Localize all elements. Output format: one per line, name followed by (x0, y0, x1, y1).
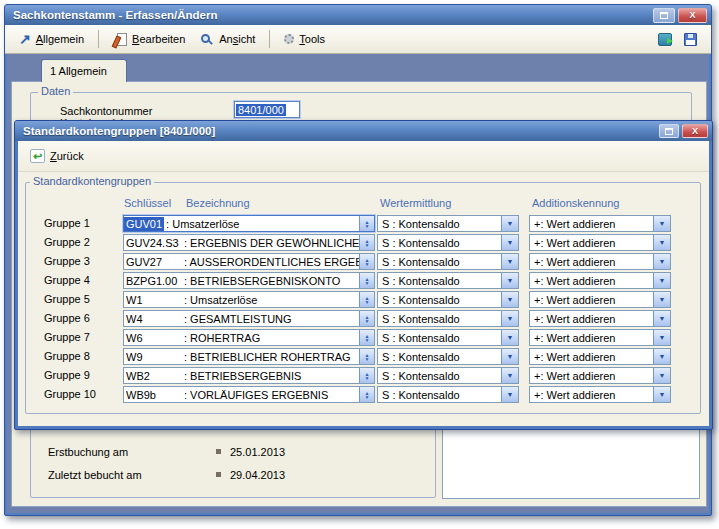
wertermittlung-select[interactable]: S : Kontensaldo (377, 367, 519, 384)
dropdown-arrow-icon[interactable] (501, 330, 518, 345)
dropdown-arrow-icon[interactable] (653, 368, 670, 383)
group-row: Gruppe 10 WB9b : VORLÄUFIGES ERGEBNIS S … (18, 386, 709, 403)
sachkontonummer-input[interactable]: 8401/000 (234, 101, 300, 118)
schluessel-input[interactable]: GUV24.S3 : ERGEBNIS DER GEWÖHNLICHEN GES (123, 234, 375, 251)
dropdown-arrow-icon[interactable] (501, 273, 518, 288)
restore-icon (660, 12, 668, 19)
wertermittlung-value: S : Kontensaldo (378, 331, 501, 345)
schluessel-value: W4 (124, 312, 182, 326)
tab-label: 1 Allgemein (50, 65, 107, 77)
dropdown-arrow-icon[interactable] (653, 216, 670, 231)
maximize-button[interactable] (653, 8, 675, 23)
dropdown-arrow-icon[interactable] (501, 235, 518, 250)
spinner-button[interactable] (359, 254, 374, 269)
wertermittlung-value: S : Kontensaldo (378, 293, 501, 307)
spinner-button[interactable] (359, 216, 374, 231)
dropdown-arrow-icon[interactable] (501, 254, 518, 269)
dialog-maximize-button[interactable] (659, 124, 679, 138)
dialog-titlebar: Standardkontengruppen [8401/000] X (15, 121, 712, 141)
dropdown-arrow-icon[interactable] (653, 235, 670, 250)
zurueck-button[interactable]: Zurück (26, 147, 88, 165)
save-icon[interactable] (684, 33, 697, 46)
wertermittlung-value: S : Kontensaldo (378, 350, 501, 364)
additionskennung-select[interactable]: +: Wert addieren (529, 291, 671, 308)
schluessel-input[interactable]: WB2 : BETRIEBSERGEBNIS (123, 367, 375, 384)
column-header-additionskennung: Additionskennung (532, 197, 619, 209)
bezeichnung-value: : BETRIEBSERGEBNISKONTO (182, 274, 359, 288)
additionskennung-select[interactable]: +: Wert addieren (529, 310, 671, 327)
wertermittlung-select[interactable]: S : Kontensaldo (377, 234, 519, 251)
additionskennung-select[interactable]: +: Wert addieren (529, 272, 671, 289)
wertermittlung-select[interactable]: S : Kontensaldo (377, 253, 519, 270)
wertermittlung-select[interactable]: S : Kontensaldo (377, 272, 519, 289)
additionskennung-select[interactable]: +: Wert addieren (529, 329, 671, 346)
toolbar-separator (98, 30, 99, 48)
toolbar-item-tools[interactable]: Tools (280, 31, 329, 47)
toolbar-item-bearbeiten[interactable]: Bearbeiten (109, 31, 189, 48)
wertermittlung-select[interactable]: S : Kontensaldo (377, 348, 519, 365)
dialog-close-button[interactable]: X (682, 124, 708, 138)
spinner-button[interactable] (359, 368, 374, 383)
dropdown-arrow-icon[interactable] (501, 368, 518, 383)
schluessel-input[interactable]: WB9b : VORLÄUFIGES ERGEBNIS (123, 386, 375, 403)
additionskennung-value: +: Wert addieren (530, 388, 653, 402)
column-header-wertermittlung: Wertermittlung (380, 197, 451, 209)
schluessel-input[interactable]: W4 : GESAMTLEISTUNG (123, 310, 375, 327)
value-marker-icon (216, 449, 221, 454)
spinner-button[interactable] (359, 273, 374, 288)
wertermittlung-select[interactable]: S : Kontensaldo (377, 291, 519, 308)
dropdown-arrow-icon[interactable] (653, 273, 670, 288)
additionskennung-select[interactable]: +: Wert addieren (529, 386, 671, 403)
group-row-label: Gruppe 4 (44, 274, 90, 286)
group-row: Gruppe 2 GUV24.S3 : ERGEBNIS DER GEWÖHNL… (18, 234, 709, 251)
dropdown-arrow-icon[interactable] (653, 311, 670, 326)
toolbar-item-ansicht[interactable]: Ansicht (197, 31, 259, 47)
additionskennung-value: +: Wert addieren (530, 331, 653, 345)
wertermittlung-select[interactable]: S : Kontensaldo (377, 329, 519, 346)
dropdown-arrow-icon[interactable] (501, 387, 518, 402)
spinner-button[interactable] (359, 311, 374, 326)
dropdown-arrow-icon[interactable] (501, 216, 518, 231)
spinner-button[interactable] (359, 387, 374, 402)
dropdown-arrow-icon[interactable] (653, 292, 670, 307)
screen: Sachkontenstamm - Erfassen/Ändern X Allg… (0, 0, 719, 529)
additionskennung-select[interactable]: +: Wert addieren (529, 234, 671, 251)
schluessel-input[interactable]: W6 : ROHERTRAG (123, 329, 375, 346)
dropdown-arrow-icon[interactable] (653, 254, 670, 269)
group-rows: Gruppe 1 GUV01 : Umsatzerlöse S : Konten… (18, 215, 709, 403)
dropdown-arrow-icon[interactable] (501, 292, 518, 307)
spinner-button[interactable] (359, 235, 374, 250)
schluessel-input[interactable]: W9 : BETRIEBLICHER ROHERTRAG (123, 348, 375, 365)
toolbar-item-allgemein[interactable]: Allgemein (15, 31, 88, 47)
dropdown-arrow-icon[interactable] (501, 311, 518, 326)
close-button[interactable]: X (678, 8, 707, 23)
group-row-label: Gruppe 10 (44, 388, 96, 400)
schluessel-input[interactable]: GUV27 : AUSSERORDENTLICHES ERGEBNIS (123, 253, 375, 270)
dropdown-arrow-icon[interactable] (653, 387, 670, 402)
schluessel-input[interactable]: W1 : Umsatzerlöse (123, 291, 375, 308)
dropdown-arrow-icon[interactable] (653, 330, 670, 345)
schluessel-value: W6 (124, 331, 182, 345)
tab-allgemein[interactable]: 1 Allgemein (41, 59, 127, 82)
dropdown-arrow-icon[interactable] (501, 349, 518, 364)
group-row: Gruppe 9 WB2 : BETRIEBSERGEBNIS S : Kont… (18, 367, 709, 384)
wertermittlung-select[interactable]: S : Kontensaldo (377, 386, 519, 403)
wertermittlung-select[interactable]: S : Kontensaldo (377, 215, 519, 232)
group-row: Gruppe 1 GUV01 : Umsatzerlöse S : Konten… (18, 215, 709, 232)
wertermittlung-select[interactable]: S : Kontensaldo (377, 310, 519, 327)
schluessel-input[interactable]: GUV01 : Umsatzerlöse (123, 215, 375, 232)
spinner-button[interactable] (359, 349, 374, 364)
spinner-button[interactable] (359, 330, 374, 345)
standardkontengruppen-group-label: Standardkontengruppen (30, 175, 154, 187)
additionskennung-value: +: Wert addieren (530, 274, 653, 288)
additionskennung-select[interactable]: +: Wert addieren (529, 367, 671, 384)
schluessel-input[interactable]: BZPG1.00 : BETRIEBSERGEBNISKONTO (123, 272, 375, 289)
export-icon[interactable] (658, 33, 672, 46)
additionskennung-select[interactable]: +: Wert addieren (529, 253, 671, 270)
additionskennung-select[interactable]: +: Wert addieren (529, 215, 671, 232)
dropdown-arrow-icon[interactable] (653, 349, 670, 364)
standardkontengruppen-dialog: Standardkontengruppen [8401/000] X Zurüc… (14, 120, 713, 430)
spinner-button[interactable] (359, 292, 374, 307)
additionskennung-select[interactable]: +: Wert addieren (529, 348, 671, 365)
wertermittlung-value: S : Kontensaldo (378, 217, 501, 231)
